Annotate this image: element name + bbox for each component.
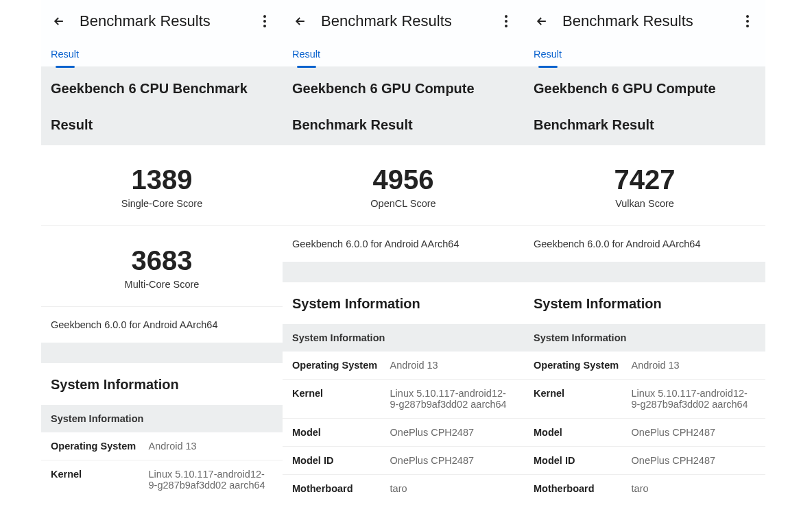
- info-val: taro: [632, 483, 756, 494]
- score-block: 7427 Vulkan Score: [524, 145, 765, 225]
- info-row: Model ID OnePlus CPH2487: [524, 447, 765, 475]
- sysinfo-title: System Information: [283, 282, 524, 324]
- info-row: Operating System Android 13: [41, 432, 283, 460]
- benchmark-subname: Result: [51, 117, 273, 133]
- topbar: Benchmark Results: [41, 0, 283, 40]
- info-row: Motherboard taro: [283, 475, 524, 502]
- score-block: 1389 Single-Core Score: [41, 145, 283, 226]
- info-val: Android 13: [149, 441, 273, 452]
- info-row: Kernel Linux 5.10.117-android12-9-g287b9…: [41, 460, 283, 499]
- info-row: Model ID OnePlus CPH2487: [283, 447, 524, 475]
- tab-result[interactable]: Result: [51, 49, 79, 66]
- info-val: OnePlus CPH2487: [390, 427, 514, 438]
- overflow-menu-icon[interactable]: [256, 13, 273, 29]
- version-text: Geekbench 6.0.0 for Android AArch64: [283, 225, 524, 262]
- score-value: 4956: [283, 164, 524, 195]
- info-val: Linux 5.10.117-android12-9-g287b9af3dd02…: [149, 469, 273, 491]
- gap: [283, 262, 524, 282]
- page-title: Benchmark Results: [562, 12, 739, 30]
- info-val: OnePlus CPH2487: [632, 455, 756, 466]
- svg-point-1: [263, 20, 266, 23]
- version-text: Geekbench 6.0.0 for Android AArch64: [41, 306, 283, 343]
- score-label: OpenCL Score: [283, 198, 524, 219]
- topbar: Benchmark Results: [283, 0, 524, 40]
- svg-point-2: [263, 25, 266, 27]
- benchmark-subname: Benchmark Result: [534, 117, 756, 133]
- info-key: Kernel: [534, 388, 632, 410]
- info-val: Android 13: [390, 360, 514, 371]
- info-val: Android 13: [632, 360, 756, 371]
- info-key: Model: [292, 427, 390, 438]
- info-key: Operating System: [51, 441, 149, 452]
- gap: [524, 262, 765, 282]
- info-key: Operating System: [534, 360, 632, 371]
- score-label: Vulkan Score: [524, 198, 765, 219]
- info-key: Motherboard: [534, 483, 632, 494]
- score-value: 1389: [41, 164, 283, 195]
- sysinfo-title: System Information: [524, 282, 765, 324]
- page-title: Benchmark Results: [80, 12, 256, 30]
- info-val: taro: [390, 483, 514, 494]
- tab-result[interactable]: Result: [534, 49, 562, 66]
- info-val: Linux 5.10.117-android12-9-g287b9af3dd02…: [390, 388, 514, 410]
- info-key: Operating System: [292, 360, 390, 371]
- info-val: OnePlus CPH2487: [632, 427, 756, 438]
- version-text: Geekbench 6.0.0 for Android AArch64: [524, 225, 765, 262]
- sysinfo-subhead: System Information: [524, 324, 765, 352]
- score-value: 3683: [41, 245, 283, 276]
- info-key: Model: [534, 427, 632, 438]
- svg-point-8: [746, 25, 749, 27]
- sysinfo-subhead: System Information: [283, 324, 524, 352]
- panel-opencl: Benchmark Results Result Geekbench 6 GPU…: [283, 0, 524, 505]
- info-row: Operating System Android 13: [283, 352, 524, 380]
- score-value: 7427: [524, 164, 765, 195]
- tab-row: Result: [283, 40, 524, 66]
- svg-point-3: [505, 15, 508, 18]
- info-val: OnePlus CPH2487: [390, 455, 514, 466]
- svg-point-7: [746, 20, 749, 23]
- info-val: Linux 5.10.117-android12-9-g287b9af3dd02…: [632, 388, 756, 410]
- svg-point-6: [746, 15, 749, 18]
- section-header: Geekbench 6 GPU Compute Benchmark Result: [524, 66, 765, 145]
- score-label: Single-Core Score: [41, 198, 283, 219]
- benchmark-name: Geekbench 6 CPU Benchmark: [51, 79, 273, 98]
- info-key: Kernel: [51, 469, 149, 491]
- topbar: Benchmark Results: [524, 0, 765, 40]
- back-icon[interactable]: [534, 13, 550, 29]
- info-key: Motherboard: [292, 483, 390, 494]
- score-block: 4956 OpenCL Score: [283, 145, 524, 225]
- info-row: Operating System Android 13: [524, 352, 765, 380]
- svg-point-0: [263, 15, 266, 18]
- overflow-menu-icon[interactable]: [498, 13, 514, 29]
- info-row: Motherboard taro: [524, 475, 765, 502]
- benchmark-subname: Benchmark Result: [292, 117, 514, 133]
- content: Geekbench 6 CPU Benchmark Result 1389 Si…: [41, 66, 283, 505]
- benchmark-name: Geekbench 6 GPU Compute: [534, 79, 756, 98]
- content: Geekbench 6 GPU Compute Benchmark Result…: [283, 66, 524, 505]
- back-icon[interactable]: [292, 13, 309, 29]
- score-block: 3683 Multi-Core Score: [41, 226, 283, 306]
- panel-cpu: Benchmark Results Result Geekbench 6 CPU…: [41, 0, 283, 505]
- section-header: Geekbench 6 GPU Compute Benchmark Result: [283, 66, 524, 145]
- svg-point-4: [505, 20, 508, 23]
- info-key: Kernel: [292, 388, 390, 410]
- info-row: Model OnePlus CPH2487: [283, 419, 524, 447]
- benchmark-name: Geekbench 6 GPU Compute: [292, 79, 514, 98]
- tab-result[interactable]: Result: [292, 49, 320, 66]
- info-row: Model OnePlus CPH2487: [524, 419, 765, 447]
- score-label: Multi-Core Score: [41, 279, 283, 299]
- page-title: Benchmark Results: [321, 12, 498, 30]
- info-key: Model ID: [292, 455, 390, 466]
- svg-point-5: [505, 25, 508, 27]
- tab-row: Result: [41, 40, 283, 66]
- back-icon[interactable]: [51, 13, 67, 29]
- sysinfo-title: System Information: [41, 363, 283, 405]
- gap: [41, 343, 283, 363]
- section-header: Geekbench 6 CPU Benchmark Result: [41, 66, 283, 145]
- info-key: Model ID: [534, 455, 632, 466]
- panel-vulkan: Benchmark Results Result Geekbench 6 GPU…: [524, 0, 765, 505]
- info-row: Kernel Linux 5.10.117-android12-9-g287b9…: [283, 380, 524, 419]
- content: Geekbench 6 GPU Compute Benchmark Result…: [524, 66, 765, 505]
- info-row: Kernel Linux 5.10.117-android12-9-g287b9…: [524, 380, 765, 419]
- overflow-menu-icon[interactable]: [739, 13, 756, 29]
